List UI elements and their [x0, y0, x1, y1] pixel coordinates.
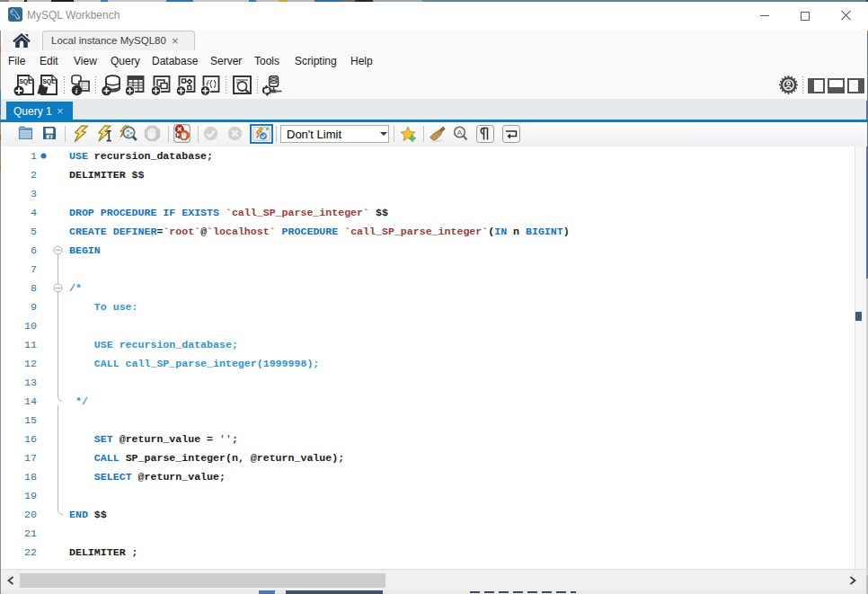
svg-text:SQL: SQL: [42, 78, 56, 85]
svg-text:SQL: SQL: [19, 78, 32, 85]
svg-text:A: A: [457, 129, 463, 137]
